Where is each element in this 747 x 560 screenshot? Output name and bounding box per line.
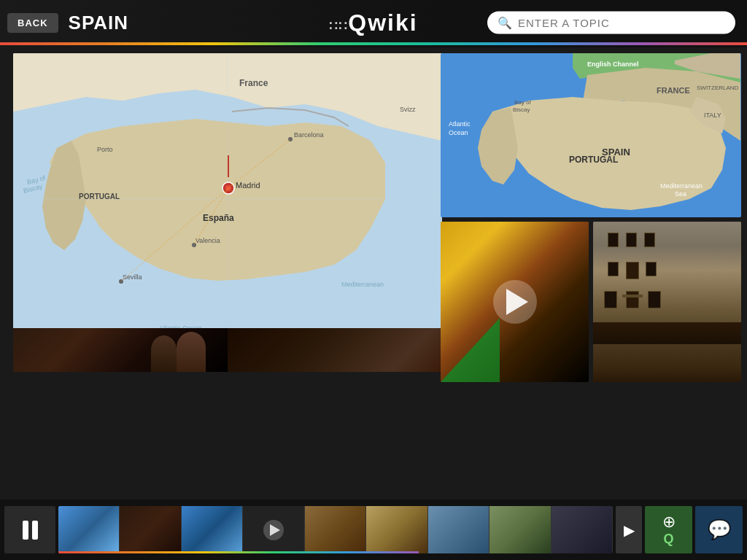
chat-icon: 💬 (708, 518, 731, 541)
building-window (626, 262, 639, 279)
film-frame-6[interactable] (366, 506, 427, 553)
building-window (608, 262, 619, 276)
svg-text:Sea: Sea (675, 190, 686, 198)
svg-text:SWITZERLAND: SWITZERLAND (697, 85, 739, 91)
back-button[interactable]: BACK (7, 13, 58, 33)
pause-button[interactable] (4, 506, 55, 553)
building-window (648, 291, 661, 308)
svg-text:Mediterranean: Mediterranean (660, 182, 703, 190)
page-title: SPAIN (69, 12, 129, 34)
building-window (626, 291, 639, 308)
building-window (646, 262, 657, 276)
svg-text:Biscay: Biscay (513, 106, 530, 113)
search-plus-button[interactable]: ⊕ Q (645, 506, 692, 553)
svg-text:España: España (203, 213, 234, 223)
play-icon (506, 289, 528, 315)
film-frame-7[interactable] (428, 506, 489, 553)
svg-text:Svizz: Svizz (400, 106, 416, 113)
building-window (608, 233, 619, 247)
building-base (593, 322, 741, 344)
map-thumbnail[interactable]: English Channel Atlantic Ocean Bay of Bi… (441, 53, 741, 217)
film-frame-2[interactable] (120, 506, 181, 553)
film-frame-4[interactable] (243, 506, 304, 553)
svg-text:Valencia: Valencia (196, 237, 220, 244)
left-panel: Madrid Barcelona Sevilla Valencia Porto … (0, 47, 438, 441)
video-frame-left (13, 328, 228, 372)
svg-text:ITALY: ITALY (704, 112, 721, 119)
building-window (604, 291, 617, 308)
pause-icon (23, 521, 38, 540)
svg-text:PORTUGAL: PORTUGAL (79, 192, 120, 201)
next-button[interactable]: ▶ (616, 506, 642, 553)
video-frame-right (228, 328, 442, 372)
header: BACK SPAIN ∷∷Qwiki 🔍 (0, 0, 747, 47)
film-frame-3[interactable] (182, 506, 243, 553)
svg-text:FRANCE: FRANCE (657, 86, 690, 95)
svg-text:Bay of: Bay of (514, 99, 531, 106)
balcony (622, 295, 643, 298)
map-svg: Madrid Barcelona Sevilla Valencia Porto … (13, 53, 442, 345)
search-bar[interactable]: 🔍 (487, 12, 735, 34)
search-icon: 🔍 (498, 16, 512, 30)
svg-text:Atlantic: Atlantic (449, 120, 471, 128)
photo-thumbnail[interactable] (593, 222, 741, 382)
app-logo: ∷∷Qwiki (329, 9, 417, 36)
film-frame-9[interactable] (551, 506, 613, 553)
video-thumbnail[interactable] (441, 222, 589, 382)
svg-text:Sevilla: Sevilla (123, 273, 142, 281)
svg-text:Mediterranean: Mediterranean (341, 281, 384, 288)
action-buttons: ⊕ Q 💬 (645, 506, 743, 553)
thumbs-row (441, 222, 741, 382)
search-input[interactable] (518, 17, 725, 29)
film-frames (58, 506, 613, 553)
filmstrip-progress (58, 551, 419, 553)
svg-text:Madrid: Madrid (236, 181, 260, 190)
svg-text:Porto: Porto (97, 146, 113, 153)
logo-prefix: ∷∷ (329, 19, 348, 34)
film-frame-8[interactable] (489, 506, 551, 553)
svg-text:Barcelona: Barcelona (294, 131, 324, 139)
map-container[interactable]: Madrid Barcelona Sevilla Valencia Porto … (13, 53, 442, 345)
building-window (626, 233, 637, 247)
bottom-toolbar: ▶ ⊕ Q 💬 (0, 499, 747, 560)
svg-text:Ocean: Ocean (449, 129, 468, 136)
film-frame-1[interactable] (58, 506, 120, 553)
play-button[interactable] (493, 280, 537, 324)
search-plus-label: Q (663, 532, 673, 547)
next-icon: ▶ (624, 521, 635, 539)
search-plus-icon: ⊕ (662, 513, 676, 532)
main-content: Madrid Barcelona Sevilla Valencia Porto … (0, 47, 747, 499)
svg-text:English Channel: English Channel (587, 61, 639, 68)
building-window (644, 233, 655, 247)
chat-button[interactable]: 💬 (695, 506, 743, 553)
film-play-icon (263, 520, 284, 540)
svg-text:France: France (239, 78, 268, 88)
film-frame-5[interactable] (305, 506, 366, 553)
right-panel: English Channel Atlantic Ocean Bay of Bi… (438, 47, 747, 499)
svg-text:SPAIN: SPAIN (602, 147, 630, 158)
filmstrip[interactable] (58, 506, 613, 553)
video-strip[interactable] (13, 328, 442, 372)
